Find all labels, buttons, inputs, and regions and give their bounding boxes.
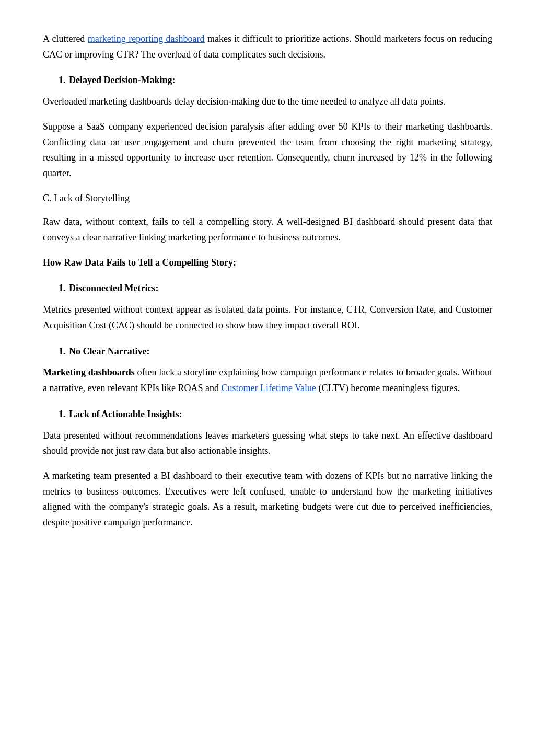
actionable-insights-heading: Lack of Actionable Insights: [69,409,182,419]
disconnected-metrics-content: Disconnected Metrics: [69,281,492,296]
delayed-decision-number: 1. [43,73,69,88]
cltv-link[interactable]: Customer Lifetime Value [221,383,316,393]
no-narrative-bold-start: Marketing dashboards [43,367,135,377]
delayed-decision-heading: Delayed Decision-Making: [69,75,175,85]
storytelling-heading: C. Lack of Storytelling [43,191,492,207]
actionable-insights-number: 1. [43,407,69,422]
disconnected-metrics-paragraph: Metrics presented without context appear… [43,302,492,333]
intro-text-before-link: A cluttered [43,33,85,44]
how-raw-heading: How Raw Data Fails to Tell a Compelling … [43,255,492,271]
actionable-insights-paragraph1: Data presented without recommendations l… [43,428,492,459]
delayed-decision-content: Delayed Decision-Making: [69,73,492,88]
no-narrative-heading: No Clear Narrative: [69,346,150,357]
storytelling-paragraph: Raw data, without context, fails to tell… [43,214,492,245]
disconnected-metrics-heading: Disconnected Metrics: [69,283,158,293]
no-narrative-item: 1. No Clear Narrative: [43,344,492,359]
no-narrative-content: No Clear Narrative: [69,344,492,359]
marketing-dashboard-link[interactable]: marketing reporting dashboard [88,33,205,44]
delayed-decision-paragraph1: Overloaded marketing dashboards delay de… [43,94,492,110]
intro-paragraph: A cluttered marketing reporting dashboar… [43,31,492,62]
no-narrative-text-end: (CLTV) become meaningless figures. [316,383,460,393]
disconnected-metrics-item: 1. Disconnected Metrics: [43,281,492,296]
actionable-insights-paragraph2: A marketing team presented a BI dashboar… [43,468,492,531]
delayed-decision-item: 1. Delayed Decision-Making: [43,73,492,88]
no-narrative-number: 1. [43,344,69,359]
actionable-insights-item: 1. Lack of Actionable Insights: [43,407,492,422]
main-content: A cluttered marketing reporting dashboar… [43,31,492,531]
actionable-insights-content: Lack of Actionable Insights: [69,407,492,422]
disconnected-metrics-number: 1. [43,281,69,296]
no-narrative-paragraph: Marketing dashboards often lack a storyl… [43,365,492,396]
delayed-decision-paragraph2: Suppose a SaaS company experienced decis… [43,119,492,181]
